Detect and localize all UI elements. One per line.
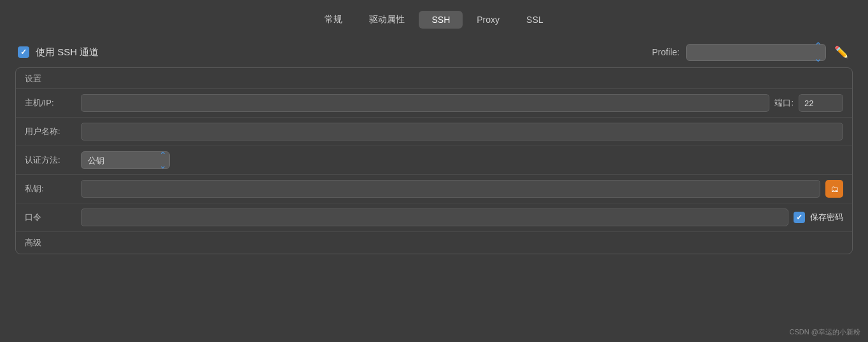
- ssh-header-left: ✓ 使用 SSH 通道: [18, 46, 99, 58]
- save-password-checkbox[interactable]: ✓: [794, 212, 805, 223]
- port-section: 端口:: [774, 94, 843, 112]
- tab-proxy[interactable]: Proxy: [464, 11, 512, 29]
- ssh-header-row: ✓ 使用 SSH 通道 Profile: ⌃⌄ ✏️: [15, 37, 853, 67]
- host-input[interactable]: [81, 94, 769, 112]
- tab-ssl[interactable]: SSL: [514, 11, 556, 29]
- tab-ssh[interactable]: SSH: [419, 11, 463, 29]
- auth-select-wrapper: 公钥 密码 键盘交互 ⌃⌄: [81, 151, 170, 169]
- folder-icon: 🗂: [830, 184, 839, 194]
- save-checkmark-icon: ✓: [796, 213, 802, 222]
- watermark: CSDN @幸运的小新粉: [790, 327, 860, 337]
- tab-driver[interactable]: 驱动属性: [356, 10, 417, 29]
- edit-profile-button[interactable]: ✏️: [832, 43, 850, 61]
- username-input[interactable]: [81, 123, 843, 140]
- profile-row: Profile: ⌃⌄ ✏️: [652, 43, 850, 61]
- host-label: 主机/IP:: [25, 97, 76, 109]
- browse-file-button[interactable]: 🗂: [825, 180, 843, 198]
- auth-row: 认证方法: 公钥 密码 键盘交互 ⌃⌄: [16, 146, 852, 174]
- passphrase-label: 口令: [25, 212, 76, 223]
- save-password-section: ✓ 保存密码: [794, 212, 843, 223]
- private-key-label: 私钥:: [25, 183, 76, 195]
- checkmark-icon: ✓: [20, 48, 27, 56]
- save-password-label: 保存密码: [810, 212, 843, 223]
- advanced-label: 高级: [25, 237, 41, 249]
- passphrase-input[interactable]: [81, 209, 788, 226]
- settings-title: 设置: [16, 68, 852, 88]
- passphrase-row: 口令 ✓ 保存密码: [16, 203, 852, 231]
- port-input[interactable]: [799, 94, 843, 112]
- tab-bar: 常规 驱动属性 SSH Proxy SSL: [0, 0, 868, 37]
- ssh-tunnel-checkbox[interactable]: ✓: [18, 46, 29, 58]
- main-content: ✓ 使用 SSH 通道 Profile: ⌃⌄ ✏️ 设置 主机/IP: 端口: [0, 37, 868, 264]
- username-row: 用户名称:: [16, 117, 852, 146]
- profile-label: Profile:: [652, 47, 680, 57]
- tab-general[interactable]: 常规: [312, 10, 355, 29]
- edit-icon: ✏️: [834, 45, 848, 59]
- username-label: 用户名称:: [25, 126, 76, 137]
- ssh-tunnel-label: 使用 SSH 通道: [36, 46, 99, 58]
- settings-box: 设置 主机/IP: 端口: 用户名称: 认证方法: 公钥 密码 键盘交互: [15, 67, 853, 254]
- auth-label: 认证方法:: [25, 154, 76, 166]
- profile-select[interactable]: [686, 44, 826, 61]
- private-key-row: 私钥: 🗂: [16, 174, 852, 203]
- host-row: 主机/IP: 端口:: [16, 88, 852, 117]
- profile-select-wrapper: ⌃⌄: [686, 44, 826, 61]
- auth-select[interactable]: 公钥 密码 键盘交互: [81, 151, 170, 169]
- port-label: 端口:: [774, 97, 794, 109]
- advanced-row: 高级: [16, 231, 852, 254]
- private-key-input[interactable]: [81, 180, 820, 198]
